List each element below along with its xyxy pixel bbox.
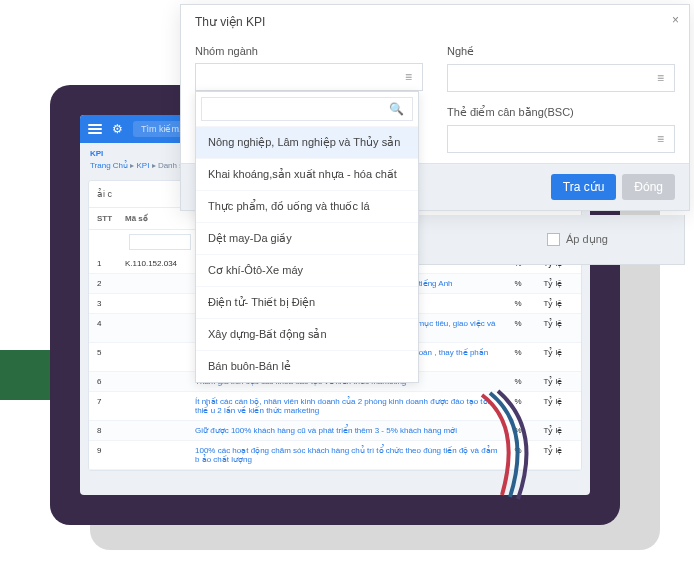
bsc-select[interactable]: ≡ <box>447 125 675 153</box>
cell-stt: 3 <box>97 299 125 308</box>
cell-dv: % <box>503 279 533 288</box>
cell-stt: 8 <box>97 426 125 435</box>
nhom-nganh-dropdown: 🔍 Nông nghiệp, Lâm nghiệp và Thủy sảnKha… <box>195 91 419 383</box>
nghe-select[interactable]: ≡ <box>447 64 675 92</box>
col-stt: STT <box>97 214 125 223</box>
dropdown-item[interactable]: Nông nghiệp, Lâm nghiệp và Thủy sản <box>196 126 418 158</box>
kpi-library-modal: Thư viện KPI × Nhóm ngành ≡ Nghề ≡ Thẻ đ… <box>180 4 690 211</box>
cell-ty: Tỷ lệ <box>533 279 573 288</box>
dong-button[interactable]: Đóng <box>622 174 675 200</box>
cell-ma <box>125 377 195 386</box>
dropdown-item[interactable]: Khai khoáng,sản xuất nhựa - hóa chất <box>196 158 418 190</box>
cell-stt: 1 <box>97 259 125 268</box>
close-icon[interactable]: × <box>672 13 679 27</box>
apdung-label: Áp dụng <box>566 233 608 246</box>
bsc-label: Thẻ điểm cân bằng(BSC) <box>447 106 675 119</box>
dropdown-item[interactable]: Điện tử- Thiết bị Điện <box>196 286 418 318</box>
breadcrumb-home[interactable]: Trang Chủ <box>90 161 128 170</box>
cell-ten: 100% các hoạt động chăm sóc khách hàng c… <box>195 446 503 464</box>
cell-ma <box>125 279 195 288</box>
dropdown-item[interactable]: Cơ khí-Ôtô-Xe máy <box>196 254 418 286</box>
cell-stt: 4 <box>97 319 125 337</box>
cell-ten: Ít nhất các cán bộ, nhân viên kinh doanh… <box>195 397 503 415</box>
modal-body: Nhóm ngành ≡ Nghề ≡ Thẻ điểm cân bằng(BS… <box>181 39 689 163</box>
apdung-checkbox[interactable] <box>547 233 560 246</box>
cell-ma: K.110.152.034 <box>125 259 195 268</box>
cell-stt: 5 <box>97 348 125 366</box>
form-col-right: Nghề ≡ Thẻ điểm cân bằng(BSC) ≡ <box>447 45 675 153</box>
breadcrumb-kpi[interactable]: KPI <box>137 161 150 170</box>
dropdown-item[interactable]: Dệt may-Da giầy <box>196 222 418 254</box>
search-icon: 🔍 <box>389 102 404 116</box>
dropdown-search[interactable]: 🔍 <box>201 97 413 121</box>
cell-ma <box>125 426 195 435</box>
nhom-nganh-label: Nhóm ngành <box>195 45 423 57</box>
col-ma: Mã số <box>125 214 195 223</box>
filter-ma[interactable] <box>129 234 191 250</box>
cell-stt: 2 <box>97 279 125 288</box>
cell-ma <box>125 348 195 366</box>
dropdown-item[interactable]: Bán buôn-Bán lẻ <box>196 350 418 382</box>
cell-stt: 6 <box>97 377 125 386</box>
nhom-nganh-select[interactable]: ≡ <box>195 63 423 91</box>
menu-icon[interactable] <box>88 122 102 137</box>
list-icon: ≡ <box>405 70 412 84</box>
tra-cuu-button[interactable]: Tra cứu <box>551 174 617 200</box>
cell-ten: Giữ được 100% khách hàng cũ và phát triể… <box>195 426 503 435</box>
cell-ma <box>125 319 195 337</box>
cell-ma <box>125 299 195 308</box>
cell-stt: 7 <box>97 397 125 415</box>
dropdown-item[interactable]: Thực phẩm, đồ uống và thuốc lá <box>196 190 418 222</box>
modal-title-text: Thư viện KPI <box>195 15 265 29</box>
gear-icon[interactable]: ⚙ <box>112 122 123 136</box>
cell-stt: 9 <box>97 446 125 464</box>
cell-ma <box>125 446 195 464</box>
modal-title: Thư viện KPI × <box>181 5 689 39</box>
decorative-green-bar <box>0 350 55 400</box>
dropdown-item[interactable]: Xây dựng-Bất động sản <box>196 318 418 350</box>
cell-dv: % <box>503 348 533 366</box>
list-icon: ≡ <box>657 132 664 146</box>
list-icon: ≡ <box>657 71 664 85</box>
cell-ty: Tỷ lệ <box>533 319 573 337</box>
cell-ty: Tỷ lệ <box>533 348 573 366</box>
decorative-swoosh <box>472 385 552 505</box>
cell-ty: Tỷ lệ <box>533 299 573 308</box>
cell-dv: % <box>503 319 533 337</box>
nghe-label: Nghề <box>447 45 675 58</box>
cell-ma <box>125 397 195 415</box>
cell-dv: % <box>503 299 533 308</box>
